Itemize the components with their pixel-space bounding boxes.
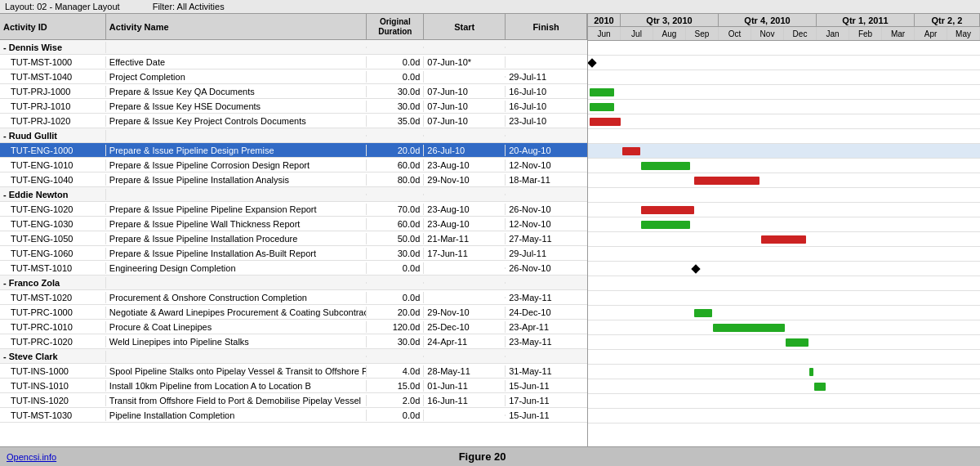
activity-duration: 0.0d	[367, 56, 424, 68]
gantt-month-label: Jun	[588, 27, 621, 40]
gantt-bar	[694, 177, 760, 185]
gantt-month-label: Dec	[784, 27, 817, 40]
activity-duration: 15.0d	[367, 380, 424, 392]
activity-finish: 23-May-11	[506, 336, 587, 347]
col-header-name: Activity Name	[106, 14, 368, 39]
activity-duration: 35.0d	[367, 115, 424, 127]
table-row[interactable]: TUT-MST-1030 Pipeline Installation Compl…	[0, 408, 587, 423]
gantt-month-label: Aug	[653, 27, 686, 40]
gantt-group-row	[588, 276, 980, 291]
group-toggle: - Franco Zola	[0, 277, 106, 289]
gantt-row	[588, 114, 980, 129]
activity-name: Procurement & Onshore Construction Compl…	[106, 292, 368, 303]
activity-start: 01-Jun-11	[424, 380, 506, 392]
filter-label: Filter: All Activities	[153, 2, 225, 11]
table-row[interactable]: TUT-ENG-1040 Prepare & Issue Pipeline In…	[0, 173, 587, 187]
table-row[interactable]: TUT-ENG-1020 Prepare & Issue Pipeline Pi…	[0, 202, 587, 217]
table-row[interactable]: TUT-ENG-1060 Prepare & Issue Pipeline In…	[0, 246, 587, 261]
table-row[interactable]: TUT-ENG-1030 Prepare & Issue Pipeline Wa…	[0, 217, 587, 231]
gantt-quarter-label: Qtr 1, 2011	[817, 14, 915, 26]
activity-duration: 120.0d	[367, 321, 424, 333]
table-row[interactable]: TUT-ENG-1000 Prepare & Issue Pipeline De…	[0, 143, 587, 158]
activity-finish: 16-Jul-10	[506, 86, 587, 97]
activity-name: Prepare & Issue Pipeline Wall Thickness …	[106, 218, 368, 230]
activity-start	[424, 297, 506, 298]
activity-start: 24-Apr-11	[424, 336, 506, 347]
activity-duration: 20.0d	[367, 307, 424, 318]
activity-id: TUT-ENG-1020	[0, 204, 106, 215]
table-row[interactable]: TUT-ENG-1010 Prepare & Issue Pipeline Co…	[0, 158, 587, 173]
gantt-quarter-label: Qtr 3, 2010	[621, 14, 719, 26]
activity-id: TUT-ENG-1030	[0, 218, 106, 230]
activity-name: Install 10km Pipeline from Location A to…	[106, 380, 368, 392]
table-row[interactable]: TUT-INS-1020 Transit from Offshore Field…	[0, 393, 587, 408]
activity-id: TUT-ENG-1050	[0, 233, 106, 244]
app-container: Layout: 02 - Manager Layout Filter: All …	[0, 0, 980, 466]
activity-start: 29-Nov-10	[424, 307, 506, 318]
gantt-row	[588, 56, 980, 70]
activity-duration: 80.0d	[367, 174, 424, 186]
activity-finish: 29-Jul-11	[506, 248, 587, 259]
gantt-quarter-label: Qtr 4, 2010	[719, 14, 817, 26]
activity-id: TUT-INS-1020	[0, 395, 106, 406]
table-row[interactable]: TUT-ENG-1050 Prepare & Issue Pipeline In…	[0, 231, 587, 246]
activity-start: 07-Jun-10	[424, 86, 506, 97]
group-toggle: - Ruud Gullit	[0, 130, 106, 141]
activity-name: Prepare & Issue Pipeline Installation As…	[106, 248, 368, 259]
table-row[interactable]: TUT-PRC-1010 Procure & Coat Linepipes 12…	[0, 320, 587, 334]
table-row[interactable]: TUT-PRC-1000 Negotiate & Award Linepipes…	[0, 305, 587, 320]
activity-name: Spool Pipeline Stalks onto Pipelay Vesse…	[106, 365, 368, 377]
activity-start: 17-Jun-11	[424, 248, 506, 259]
gantt-row	[588, 144, 980, 159]
activity-id: TUT-PRC-1000	[0, 307, 106, 318]
activity-duration: 30.0d	[367, 248, 424, 259]
activity-id: TUT-MST-1010	[0, 262, 106, 274]
gantt-row	[588, 394, 980, 409]
gantt-month-label: Jul	[621, 27, 653, 40]
gantt-group-row	[588, 41, 980, 56]
activity-name: Effective Date	[106, 56, 368, 68]
gantt-quarters: 2010Qtr 3, 2010Qtr 4, 2010Qtr 1, 2011Qtr…	[588, 14, 980, 27]
table-row[interactable]: TUT-INS-1010 Install 10km Pipeline from …	[0, 379, 587, 393]
activity-name: Prepare & Issue Key HSE Documents	[106, 101, 368, 112]
table-row[interactable]: TUT-MST-1020 Procurement & Onshore Const…	[0, 290, 587, 305]
activity-duration: 60.0d	[367, 218, 424, 230]
table-row[interactable]: TUT-PRJ-1020 Prepare & Issue Key Project…	[0, 114, 587, 128]
gantt-row	[588, 217, 980, 232]
gantt-month-label: Feb	[849, 27, 882, 40]
table-header: Activity ID Activity Name OriginalDurati…	[0, 14, 587, 40]
gantt-group-row	[588, 350, 980, 365]
table-row[interactable]: TUT-PRJ-1000 Prepare & Issue Key QA Docu…	[0, 84, 587, 99]
table-row[interactable]: TUT-PRJ-1010 Prepare & Issue Key HSE Doc…	[0, 99, 587, 114]
gantt-bar	[809, 368, 813, 376]
table-row[interactable]: TUT-MST-1040 Project Completion 0.0d 29-…	[0, 69, 587, 84]
activity-start: 23-Aug-10	[424, 159, 506, 171]
activity-id: TUT-ENG-1040	[0, 174, 106, 186]
footer-figure: Figure 20	[459, 450, 506, 463]
gantt-header: 2010Qtr 3, 2010Qtr 4, 2010Qtr 1, 2011Qtr…	[588, 14, 980, 41]
gantt-bar	[641, 162, 690, 170]
activity-id: TUT-ENG-1010	[0, 159, 106, 171]
gantt-row	[588, 100, 980, 114]
activity-name: Prepare & Issue Key Project Controls Doc…	[106, 115, 368, 127]
table-row[interactable]: TUT-PRC-1020 Weld Linepipes into Pipelin…	[0, 334, 587, 349]
gantt-row	[588, 70, 980, 85]
table-row[interactable]: TUT-MST-1010 Engineering Design Completi…	[0, 261, 587, 276]
gantt-bar	[590, 118, 621, 126]
gantt-month-label: Oct	[719, 27, 751, 40]
activity-name: Prepare & Issue Pipeline Design Premise	[106, 145, 368, 156]
activity-name: Prepare & Issue Pipeline Installation Pr…	[106, 233, 368, 244]
activity-name: Prepare & Issue Pipeline Pipeline Expans…	[106, 204, 368, 215]
activity-finish: 26-Nov-10	[506, 262, 587, 274]
gantt-row	[588, 203, 980, 217]
footer-link[interactable]: Opencsi.info	[7, 452, 56, 462]
group-header: - Ruud Gullit	[0, 128, 587, 143]
activity-start: 23-Aug-10	[424, 218, 506, 230]
activity-start: 23-Aug-10	[424, 204, 506, 215]
table-row[interactable]: TUT-INS-1000 Spool Pipeline Stalks onto …	[0, 364, 587, 379]
table-row[interactable]: TUT-MST-1000 Effective Date 0.0d 07-Jun-…	[0, 55, 587, 69]
activity-id: TUT-MST-1000	[0, 56, 106, 68]
gantt-bar	[814, 383, 826, 391]
col-header-start: Start	[424, 14, 506, 39]
activity-finish: 27-May-11	[506, 233, 587, 244]
